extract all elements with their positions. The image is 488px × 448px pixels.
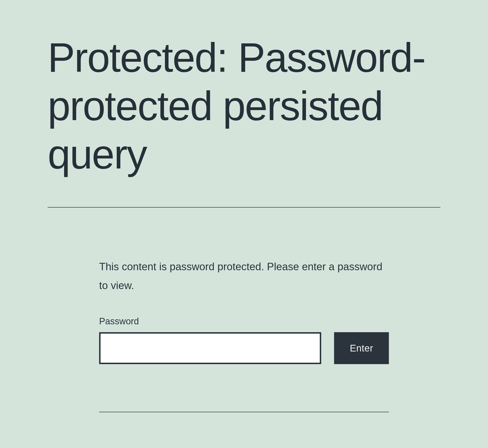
content: This content is password protected. Plea… (99, 209, 389, 364)
password-input[interactable] (99, 332, 321, 364)
page-title: Protected: Password-protected persisted … (48, 33, 440, 178)
header: Protected: Password-protected persisted … (48, 0, 440, 208)
content-divider (99, 412, 389, 412)
header-divider (48, 207, 440, 208)
password-label: Password (99, 316, 389, 327)
password-row: Enter (99, 332, 389, 364)
protected-description: This content is password protected. Plea… (99, 257, 389, 295)
enter-button[interactable]: Enter (334, 332, 389, 364)
page-root: Protected: Password-protected persisted … (0, 0, 488, 448)
